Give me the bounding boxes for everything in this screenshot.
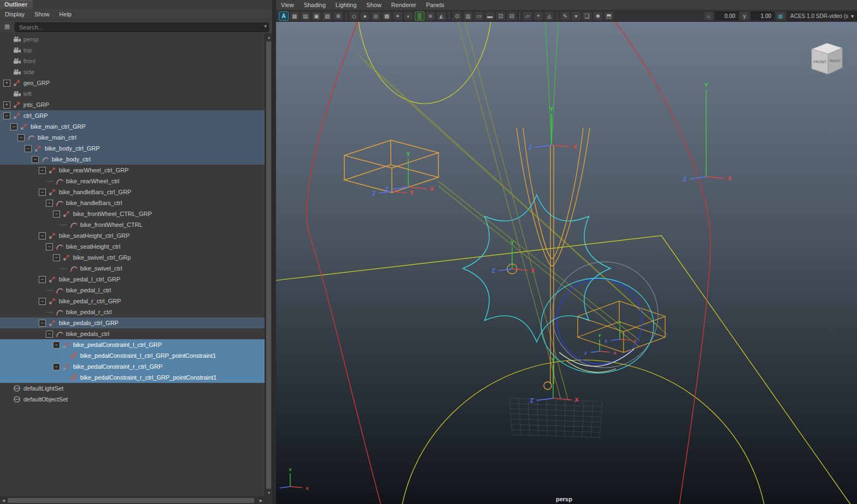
tree-item-bike_pedal_r_ctrl_GRP[interactable]: −bike_pedal_r_ctrl_GRP [0,296,265,307]
tree-item-bike_pedalConstraint_l_ctrl_GRP[interactable]: −bike_pedalConstraint_l_ctrl_GRP [0,339,265,350]
vertical-scroll-thumb[interactable] [266,41,271,489]
collapse-icon[interactable]: − [46,243,53,250]
tree-item-bike_body_ctrl_GRP[interactable]: −bike_body_ctrl_GRP [0,143,265,154]
viewcube-right-label[interactable]: RIGHT [830,59,841,63]
tree-item-left[interactable]: left [0,88,265,99]
search-options-caret[interactable]: ▾ [264,23,267,29]
grease-pencil-icon[interactable]: ✎ [560,11,570,21]
tree-item-bike_pedal_l_ctrl_GRP[interactable]: −bike_pedal_l_ctrl_GRP [0,274,265,285]
wireframe-display-icon[interactable]: ◇ [349,11,359,21]
tree-item-bike_swivel_ctrl[interactable]: bike_swivel_ctrl [0,263,265,274]
collapse-icon[interactable]: − [39,320,46,327]
safe-action-icon[interactable]: ⊡ [496,11,506,21]
view-cube[interactable]: FRONT RIGHT [812,43,842,74]
scroll-up-arrow[interactable]: ▲ [265,34,273,41]
motion-blur-icon[interactable]: ≋ [425,11,435,21]
collapse-icon[interactable]: − [53,254,60,261]
collapse-icon[interactable]: − [39,189,46,196]
collapse-icon[interactable]: − [46,331,53,338]
scroll-right-arrow[interactable]: ▶ [257,497,265,504]
grid-display-icon[interactable]: ▦ [290,11,299,21]
resolution-gate-icon[interactable]: ▭ [474,11,484,21]
horizontal-scroll-thumb[interactable] [8,498,254,503]
tree-item-geo_GRP[interactable]: +geo_GRP [0,77,265,88]
scroll-left-arrow[interactable]: ◀ [0,497,7,504]
safe-title-icon[interactable]: ⊟ [507,11,517,21]
collapse-icon[interactable]: − [39,298,46,305]
viewport-menu-shading[interactable]: Shading [299,0,331,10]
tree-item-bike_pedal_r_ctrl[interactable]: bike_pedal_r_ctrl [0,307,265,317]
view-transform-selector[interactable]: ACES 1.0 SDR-video (s ▾ [787,11,857,21]
viewport-menu-lighting[interactable]: Lighting [331,0,362,10]
collapse-icon[interactable]: − [39,232,46,239]
color-management-icon[interactable]: ◍ [776,11,786,21]
tree-item-top[interactable]: top [0,45,265,56]
tree-item-defaultLightSet[interactable]: defaultLightSet [0,383,265,394]
viewport-snapshot-icon[interactable]: ⬒ [604,11,614,21]
tree-item-bike_handleBars_ctrl[interactable]: −bike_handleBars_ctrl [0,197,265,208]
tree-item-persp[interactable]: persp [0,34,265,45]
tree-item-bike_frontWheel_CTRL_GRP[interactable]: −bike_frontWheel_CTRL_GRP [0,208,265,219]
tree-item-bike_body_ctrl[interactable]: −bike_body_ctrl [0,154,265,165]
shadows-toggle-icon[interactable]: ◐ [404,11,413,21]
two-d-pan-zoom-icon[interactable]: ⊕ [333,11,343,21]
viewport-menu-show[interactable]: Show [362,0,387,10]
tree-item-bike_frontWheel_CTRL[interactable]: bike_frontWheel_CTRL [0,219,265,230]
expand-icon[interactable]: + [3,101,10,109]
textured-display-icon[interactable]: ▩ [382,11,392,21]
collapse-icon[interactable]: − [46,200,53,207]
tree-item-bike_rearWheel_ctrl_GRP[interactable]: −bike_rearWheel_ctrl_GRP [0,165,265,176]
tree-item-bike_seatHeight_ctrl_GRP[interactable]: −bike_seatHeight_ctrl_GRP [0,230,265,241]
collapse-icon[interactable]: − [53,363,60,370]
collapse-icon[interactable]: − [10,123,17,130]
tree-item-bike_main_ctrl[interactable]: −bike_main_ctrl [0,132,265,143]
x-ray-joints-icon[interactable]: ⌖ [534,11,543,21]
screen-space-ao-icon[interactable]: ▒ [415,11,424,21]
x-ray-display-icon[interactable]: ▱ [523,11,532,21]
scroll-down-arrow[interactable]: ▼ [265,489,273,496]
smooth-shade-all-icon[interactable]: ● [360,11,370,21]
tree-item-bike_seatHeight_ctrl[interactable]: −bike_seatHeight_ctrl [0,241,265,252]
tree-item-bike_pedals_ctrl_GRP[interactable]: −bike_pedals_ctrl_GRP [0,317,265,328]
scene-render-view-icon[interactable]: ❑ [582,11,592,21]
tree-item-bike_handleBars_ctrl_GRP[interactable]: −bike_handleBars_ctrl_GRP [0,187,265,197]
expand-icon[interactable]: + [3,80,10,87]
collapse-icon[interactable]: − [3,112,10,119]
multisample-aa-icon[interactable]: ◭ [436,11,446,21]
tree-item-bike_pedal_l_ctrl[interactable]: bike_pedal_l_ctrl [0,285,265,296]
tree-item-front[interactable]: front [0,56,265,67]
gamma-field[interactable] [751,11,774,20]
tree-item-bike_pedals_ctrl[interactable]: −bike_pedals_ctrl [0,328,265,339]
tree-item-bike_pedalConstraint_r_ctrl_GRP_pointConstraint1[interactable]: bike_pedalConstraint_r_ctrl_GRP_pointCon… [0,372,265,383]
outliner-vertical-scrollbar[interactable]: ▲ ▼ [265,34,272,496]
tree-item-jnts_GRP[interactable]: +jnts_GRP [0,99,265,110]
tree-item-bike_main_ctrl_GRP[interactable]: −bike_main_ctrl_GRP [0,121,265,132]
wireframe-on-shaded-icon[interactable]: ◎ [371,11,381,21]
collapse-icon[interactable]: − [32,156,39,163]
tree-item-bike_swivel_ctrl_GRp[interactable]: −bike_swivel_ctrl_GRp [0,252,265,263]
outliner-menu-show[interactable]: Show [29,9,55,19]
outliner-menu-display[interactable]: Display [0,9,29,19]
use-all-lights-icon[interactable]: ✶ [393,11,403,21]
collapse-icon[interactable]: − [39,276,46,283]
search-input[interactable] [15,22,269,32]
gamma-icon[interactable]: γ [740,11,750,21]
tree-item-bike_pedalConstraint_l_ctrl_GRP_pointConstraint1[interactable]: bike_pedalConstraint_l_ctrl_GRP_pointCon… [0,350,265,361]
film-gate-toggle-icon[interactable]: ▤ [301,11,310,21]
tree-item-side[interactable]: side [0,67,265,77]
tree-item-bike_rearWheel_ctrl[interactable]: bike_rearWheel_ctrl [0,176,265,187]
viewport-menu-view[interactable]: View [276,0,299,10]
x-ray-active-components-icon[interactable]: ◬ [544,11,554,21]
isolate-select-icon[interactable]: ⊙ [452,11,462,21]
paint-effects-display-icon[interactable]: ✺ [593,11,603,21]
tree-item-ctrl_GRP[interactable]: −ctrl_GRP [0,110,265,121]
collapse-icon[interactable]: − [53,211,60,218]
outliner-filter-icon[interactable]: ▦ [2,22,12,32]
collapse-icon[interactable]: − [17,134,25,141]
selection-highlight-mode-icon[interactable]: A [279,11,289,21]
camera-bookmarks-icon[interactable]: ▾ [571,11,581,21]
outliner-menu-help[interactable]: Help [55,9,77,19]
collapse-icon[interactable]: − [39,167,46,174]
viewcube-front-label[interactable]: FRONT [813,60,827,64]
tree-item-bike_pedalConstraint_r_ctrl_GRP[interactable]: −bike_pedalConstraint_r_ctrl_GRP [0,361,265,372]
